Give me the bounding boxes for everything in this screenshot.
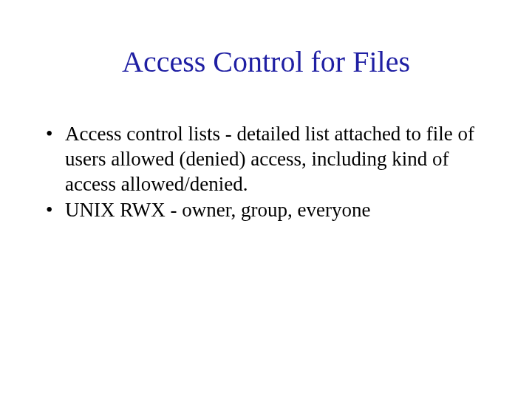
bullet-list: Access control lists - detailed list att… [44,122,488,223]
list-item: Access control lists - detailed list att… [44,122,488,197]
slide-title: Access Control for Files [0,44,532,79]
slide: Access Control for Files Access control … [0,0,532,399]
list-item: UNIX RWX - owner, group, everyone [44,198,488,223]
slide-body: Access control lists - detailed list att… [44,122,488,225]
